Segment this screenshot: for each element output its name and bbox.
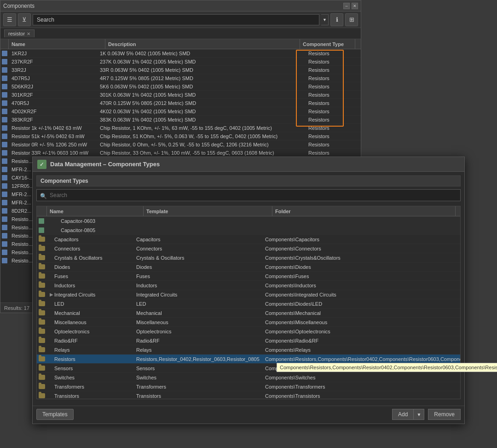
- modal-row-name: Optoelectronics: [47, 327, 133, 336]
- modal-table-row[interactable]: Capacitor-0805: [37, 226, 460, 235]
- modal-table-row[interactable]: Mechanical Mechanical Components\Mechani…: [37, 308, 460, 318]
- row-description: 237K 0.063W 1% 0402 (1005 Metric) SMD: [97, 58, 306, 65]
- modal-table-body[interactable]: Capacitor-0603 Capacitor-0805 Capacitors…: [37, 216, 460, 399]
- table-row[interactable]: Resistor 0R +/- 5% 1206 250 mW Chip Resi…: [0, 140, 361, 149]
- modal-table-row[interactable]: Capacitors Capacitors Components\Capacit…: [37, 235, 460, 244]
- search-dropdown-button[interactable]: ▼: [321, 14, 329, 25]
- table-row[interactable]: 237KR2F 237K 0.063W 1% 0402 (1005 Metric…: [0, 58, 361, 66]
- main-title-bar: Components – ✕: [0, 0, 361, 12]
- table-row[interactable]: 33R2J 33R 0.063W 5% 0402 (1005 Metric) S…: [0, 66, 361, 74]
- info-button[interactable]: ℹ: [330, 13, 343, 26]
- modal-row-folder: Components\Diodes\LED: [262, 299, 460, 308]
- pin-button[interactable]: –: [343, 3, 350, 9]
- modal-table-row[interactable]: LED LED Components\Diodes\LED: [37, 299, 460, 308]
- modal-row-folder: Components\Connectors: [262, 244, 460, 253]
- modal-table-row[interactable]: Miscellaneous Miscellaneous Components\M…: [37, 318, 460, 327]
- component-icon: [2, 192, 7, 197]
- modal-table-row[interactable]: Inductors Inductors Components\Inductors: [37, 281, 460, 290]
- modal-table-row[interactable]: Relays Relays Components\Relays: [37, 345, 460, 355]
- modal-row-folder: Components\Miscellaneous: [262, 318, 460, 326]
- modal-table-row[interactable]: Fuses Fuses Components\Fuses: [37, 272, 460, 281]
- modal-row-folder: Components\Inductors: [262, 281, 460, 290]
- modal-body: Component Types 🔍 Name Template Folder C…: [33, 172, 464, 403]
- modal-row-name: Transistors: [47, 391, 133, 399]
- remove-button[interactable]: Remove: [428, 409, 461, 420]
- modal-row-folder: Components\Fuses: [262, 272, 460, 280]
- row-icon-cell: [0, 190, 9, 198]
- table-row[interactable]: 1KR2J 1K 0.063W 5% 0402 (1005 Metric) SM…: [0, 49, 361, 58]
- modal-table-row[interactable]: Transistors Transistors Components\Trans…: [37, 391, 460, 399]
- table-row[interactable]: 4D02KR2F 4K02 0.063W 1% 0402 (1005 Metri…: [0, 107, 361, 116]
- table-row[interactable]: 301KR2F 301K 0.063W 1% 0402 (1005 Metric…: [0, 91, 361, 99]
- component-icon: [2, 134, 7, 139]
- tab-resistor[interactable]: resistor ✕: [4, 29, 35, 37]
- modal-row-name: Fuses: [47, 272, 133, 280]
- menu-icon[interactable]: ☰: [3, 13, 16, 26]
- modal-icon: ✓: [37, 160, 46, 169]
- row-name: 5D6KR2J: [9, 82, 97, 90]
- component-icon: [2, 241, 7, 247]
- templates-button[interactable]: Templates: [36, 409, 74, 420]
- row-icon-cell: [0, 207, 9, 215]
- modal-row-name: Capacitors: [47, 235, 133, 244]
- table-row[interactable]: 470R5J 470R 0.125W 5% 0805 (2012 Metric)…: [0, 99, 361, 107]
- modal-table-row[interactable]: Resistors Resistors,Resistor_0402,Resist…: [37, 355, 460, 364]
- row-description: Chip Resistor, 0 Ohm, +/- 5%, 0.25 W, -5…: [97, 140, 306, 148]
- tab-close-icon[interactable]: ✕: [27, 31, 30, 36]
- row-icon-cell: [0, 256, 9, 264]
- modal-row-template: Inductors: [133, 281, 262, 290]
- component-icon: [2, 92, 7, 98]
- row-description: Chip Resistor, 51 KOhm, +/- 5%, 0.063 W,…: [97, 132, 306, 140]
- row-name: 301KR2F: [9, 91, 97, 99]
- modal-table-row[interactable]: ▶Integrated Circuits Integrated Circuits…: [37, 290, 460, 299]
- modal-search-input[interactable]: [36, 189, 461, 201]
- modal-row-icon-cell: [37, 327, 47, 336]
- table-row[interactable]: 4D7R5J 4R7 0.125W 5% 0805 (2012 Metric) …: [0, 74, 361, 82]
- row-name: 237KR2F: [9, 58, 97, 65]
- modal-table-row[interactable]: Transformers Transformers Components\Tra…: [37, 382, 460, 391]
- expand-icon[interactable]: ▶: [50, 292, 54, 297]
- modal-row-name: Capacitor-0805: [47, 226, 133, 234]
- add-dropdown-button[interactable]: ▼: [413, 409, 424, 420]
- modal-row-name: Inductors: [47, 281, 133, 290]
- table-row[interactable]: Resistor 1k +/-1% 0402 63 mW Chip Resist…: [0, 124, 361, 132]
- close-button[interactable]: ✕: [352, 3, 358, 9]
- row-icon-cell: [0, 124, 9, 132]
- modal-row-folder: [262, 216, 460, 225]
- row-name: 1KR2J: [9, 49, 97, 57]
- row-icon-cell: [0, 140, 9, 148]
- row-icon-cell: [0, 107, 9, 115]
- modal-row-folder: Components\Switches: [262, 373, 460, 382]
- table-row[interactable]: 5D6KR2J 5K6 0.063W 5% 0402 (1005 Metric)…: [0, 82, 361, 91]
- modal-row-icon-cell: [37, 382, 47, 391]
- folder-icon: [39, 264, 45, 269]
- search-input[interactable]: [33, 14, 319, 25]
- row-component-type: Resistors: [306, 124, 361, 132]
- modal-row-folder: Components\Sensors: [262, 364, 460, 372]
- add-button[interactable]: Add: [392, 409, 413, 420]
- table-row[interactable]: Resistor 51k +/-5% 0402 63 mW Chip Resis…: [0, 132, 361, 140]
- file-icon: [39, 227, 44, 233]
- modal-table-row[interactable]: Capacitor-0603: [37, 216, 460, 226]
- folder-icon: [39, 301, 45, 306]
- modal-table-row[interactable]: Optoelectronics Optoelectronics Componen…: [37, 327, 460, 336]
- modal-row-template: Transistors: [133, 391, 262, 399]
- row-description: 301K 0.063W 1% 0402 (1005 Metric) SMD: [97, 91, 306, 99]
- row-description: 5K6 0.063W 5% 0402 (1005 Metric) SMD: [97, 82, 306, 90]
- modal-table-row[interactable]: Radio&RF Radio&RF Components\Radio&RF: [37, 336, 460, 345]
- filter-icon[interactable]: ⊻: [18, 13, 31, 26]
- component-icon: [2, 51, 7, 56]
- modal-table-row[interactable]: Switches Switches Components\Switches: [37, 373, 460, 382]
- modal-table-row[interactable]: Sensors Sensors Components\Sensors: [37, 364, 460, 373]
- modal-table-row[interactable]: Crystals & Oscillators Crystals & Oscill…: [37, 253, 460, 262]
- modal-table-row[interactable]: Diodes Diodes Components\Diodes: [37, 262, 460, 272]
- modal-row-icon-cell: [37, 373, 47, 382]
- table-row[interactable]: Resistor 33R +/-1% 0603 100 mW Chip Resi…: [0, 149, 361, 157]
- component-icon: [2, 100, 7, 106]
- mth-name: Name: [47, 206, 144, 216]
- modal-row-icon-cell: [37, 290, 47, 299]
- table-row[interactable]: 383KR2F 383K 0.063W 1% 0402 (1005 Metric…: [0, 116, 361, 124]
- component-icon: [2, 109, 7, 114]
- grid-view-button[interactable]: ⊞: [345, 13, 358, 26]
- modal-table-row[interactable]: Connectors Connectors Components\Connect…: [37, 244, 460, 253]
